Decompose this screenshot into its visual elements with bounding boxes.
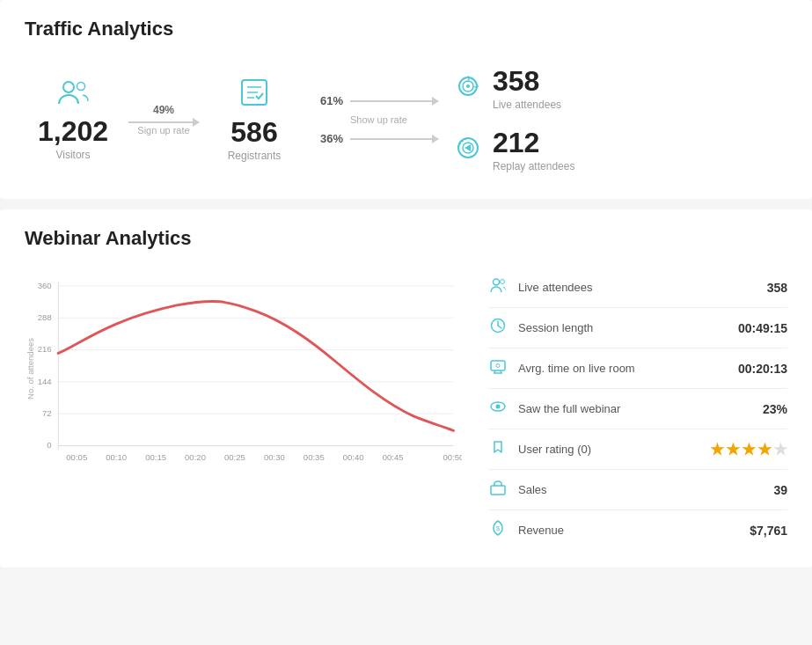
revenue-icon: $ [488,520,508,540]
fork-section: 61% Show up rate 36% [311,94,438,145]
registrants-label: Registrants [228,150,282,162]
session-length-icon [488,318,508,338]
webinar-title: Webinar Analytics [25,227,787,250]
chart-area: 360 288 216 144 72 0 [25,268,462,550]
svg-rect-48 [491,486,505,495]
replay-attendees-value: 212 [493,128,574,157]
stats-area: Live attendees 358 Session length 00:49:… [488,268,787,550]
svg-text:$: $ [496,524,501,532]
stat-saw-full: Saw the full webinar 23% [488,389,787,429]
svg-text:00:45: 00:45 [383,452,404,462]
live-attendees-label: Live attendees [493,99,561,111]
stat-revenue: $ Revenue $7,761 [488,510,787,550]
traffic-analytics-section: Traffic Analytics 1,202 Visitors 49% [0,0,812,199]
visitors-icon [57,79,89,112]
outcomes-block: 358 Live attendees [456,67,574,172]
registrants-icon [240,78,268,113]
svg-text:72: 72 [42,408,52,418]
svg-point-1 [77,82,85,90]
visitors-block: 1,202 Visitors [33,79,113,161]
svg-text:00:20: 00:20 [185,452,206,462]
live-attendees-stat-name: Live attendees [518,281,757,294]
revenue-stat-value: $7,761 [750,524,787,538]
star-4: ★ [757,440,772,459]
live-attendees-icon [456,74,480,104]
svg-text:00:50: 00:50 [443,452,462,462]
live-attendees-block: 358 Live attendees [456,67,574,111]
stat-session-length: Session length 00:49:15 [488,308,787,348]
page: Traffic Analytics 1,202 Visitors 49% [0,0,812,645]
registrants-block: 586 Registrants [215,78,294,162]
sales-stat-value: 39 [773,483,787,497]
svg-point-45 [496,364,500,368]
replay-attendees-icon [456,136,480,165]
live-attendees-stat-value: 358 [767,281,787,295]
svg-rect-41 [491,361,505,370]
svg-text:00:15: 00:15 [145,452,166,462]
visitors-label: Visitors [55,149,90,161]
svg-text:144: 144 [38,377,53,386]
sales-icon [488,480,508,500]
signup-arrow-block: 49% Sign up rate [128,104,199,136]
replay-attendees-label: Replay attendees [493,160,574,172]
svg-point-47 [496,405,501,409]
upper-arrow [350,100,438,102]
lower-pct: 36% [311,132,343,145]
stars-container: ★ ★ ★ ★ ★ [710,440,787,459]
svg-text:360: 360 [38,281,52,290]
traffic-title: Traffic Analytics [25,18,787,40]
saw-full-stat-value: 23% [763,402,787,416]
signup-arrow-line [128,121,199,123]
svg-text:00:40: 00:40 [343,452,364,462]
svg-text:00:10: 00:10 [106,452,127,462]
traffic-metrics-row: 1,202 Visitors 49% Sign up rate [25,58,787,181]
svg-point-8 [466,84,470,88]
session-length-stat-name: Session length [518,321,728,334]
svg-point-36 [494,279,500,285]
stat-live-attendees: Live attendees 358 [488,268,787,308]
registrants-value: 586 [230,118,277,146]
svg-text:00:05: 00:05 [66,452,87,462]
sales-stat-name: Sales [518,483,763,496]
svg-text:216: 216 [38,344,52,354]
svg-point-0 [63,82,74,92]
svg-text:00:25: 00:25 [224,452,245,462]
visitors-value: 1,202 [38,117,108,145]
avg-time-stat-value: 00:20:13 [738,362,787,376]
show-up-label: Show up rate [350,114,407,125]
revenue-stat-name: Revenue [518,524,739,537]
svg-text:0: 0 [47,440,51,450]
user-rating-stat-value: ★ ★ ★ ★ ★ [710,440,787,459]
webinar-analytics-section: Webinar Analytics 360 288 216 144 72 0 [0,209,812,568]
upper-pct: 61% [311,94,343,107]
signup-pct: 49% [153,104,174,116]
webinar-content-row: 360 288 216 144 72 0 [25,268,787,550]
svg-text:00:35: 00:35 [304,452,325,462]
live-attendees-value: 358 [493,67,561,95]
star-3: ★ [742,440,756,459]
svg-line-40 [498,326,501,328]
avg-time-stat-name: Avrg. time on live room [518,362,728,375]
svg-point-37 [501,280,505,284]
star-2: ★ [726,440,740,459]
live-attendees-value-block: 358 Live attendees [493,67,561,111]
webinar-chart: 360 288 216 144 72 0 [25,268,462,531]
star-5: ★ [773,440,787,459]
svg-text:No. of attendees: No. of attendees [26,338,35,399]
user-rating-stat-name: User rating (0) [518,443,699,456]
stat-sales: Sales 39 [488,470,787,510]
session-length-stat-value: 00:49:15 [738,321,787,335]
replay-attendees-block: 212 Replay attendees [456,128,574,172]
lower-arrow [350,138,438,140]
avg-time-icon [488,358,508,378]
live-attendees-stat-icon [488,277,508,297]
user-rating-icon [488,439,508,459]
svg-text:288: 288 [38,312,52,322]
stat-avg-time: Avrg. time on live room 00:20:13 [488,348,787,389]
star-1: ★ [710,440,724,459]
svg-text:00:30: 00:30 [264,452,285,462]
stat-user-rating: User rating (0) ★ ★ ★ ★ ★ [488,429,787,470]
replay-attendees-value-block: 212 Replay attendees [493,128,574,172]
fork-lower: 36% [311,132,438,145]
signup-label: Sign up rate [137,125,189,136]
